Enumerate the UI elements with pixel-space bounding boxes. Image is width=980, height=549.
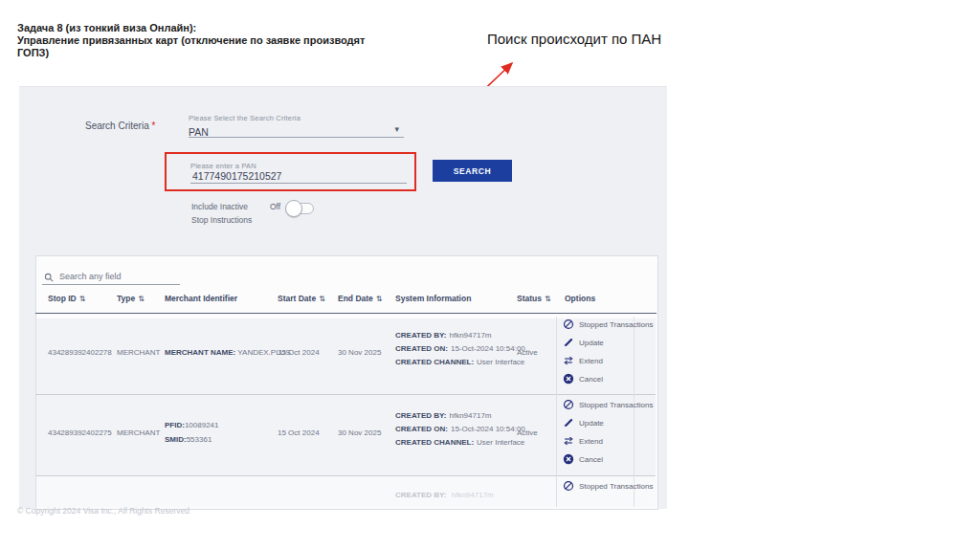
pencil-icon bbox=[563, 337, 574, 348]
option-cancel[interactable]: Cancel bbox=[563, 373, 653, 384]
toggle-state-label: Off bbox=[270, 202, 280, 211]
cell-type: MERCHANT bbox=[117, 348, 160, 357]
search-button[interactable]: SEARCH bbox=[433, 160, 512, 182]
cell-stop-id: 434289392402278 bbox=[48, 348, 112, 357]
option-stopped-transactions[interactable]: Stopped Transactions bbox=[563, 318, 653, 330]
sort-icon: ⇅ bbox=[319, 295, 325, 303]
status-badge: Active bbox=[517, 348, 538, 357]
stopped-transactions-icon bbox=[563, 480, 574, 492]
pan-input-underline bbox=[190, 183, 407, 184]
toggle-knob bbox=[285, 200, 302, 217]
column-header-start-date[interactable]: Start Date ⇅ bbox=[278, 294, 325, 303]
column-header-status[interactable]: Status ⇅ bbox=[517, 294, 551, 303]
extend-arrows-icon bbox=[563, 435, 574, 447]
sort-icon: ⇅ bbox=[79, 295, 86, 303]
option-cancel[interactable]: Cancel bbox=[563, 453, 653, 465]
select-underline bbox=[189, 137, 404, 138]
search-criteria-select[interactable]: PAN ▾ bbox=[189, 122, 404, 138]
cell-system-information: CREATED BY:hfkn94717m CREATED ON:15-Oct-… bbox=[395, 411, 525, 447]
slide-title-line2: Управление привязанных карт (отключение … bbox=[17, 34, 365, 47]
option-update[interactable]: Update bbox=[563, 417, 653, 428]
slide-title: Задача 8 (из тонкий виза Онлайн): Управл… bbox=[17, 22, 365, 59]
header-divider bbox=[35, 313, 657, 314]
extend-arrows-icon bbox=[563, 355, 574, 366]
sort-icon: ⇅ bbox=[376, 295, 383, 303]
sort-icon: ⇅ bbox=[138, 295, 145, 303]
required-asterisk: * bbox=[151, 121, 155, 131]
cell-system-information: CREATED BY:hfkn94717m CREATED ON:15-Oct-… bbox=[395, 331, 525, 366]
cell-merchant-identifier: PFID:10089241 SMID:553361 bbox=[165, 421, 218, 444]
annotation-text: Поиск происходит по ПАН bbox=[487, 31, 661, 47]
filter-any-field-input[interactable] bbox=[57, 271, 182, 282]
cell-end-date: 30 Nov 2025 bbox=[338, 348, 381, 357]
criteria-select-hint: Please Select the Search Criteria bbox=[189, 114, 301, 122]
cell-options: Stopped Transactions bbox=[563, 480, 653, 492]
cell-end-date: 30 Nov 2025 bbox=[338, 428, 381, 437]
search-criteria-label: Search Criteria * bbox=[85, 121, 155, 131]
cell-start-date: 15 Oct 2024 bbox=[278, 348, 320, 357]
pan-input[interactable] bbox=[190, 169, 405, 183]
column-header-options: Options bbox=[565, 294, 595, 303]
status-badge: Active bbox=[517, 428, 538, 437]
cell-merchant-identifier: MERCHANT NAME: YANDEX.PLUS bbox=[165, 348, 291, 357]
cell-options: Stopped Transactions Update Extend Cance… bbox=[563, 318, 653, 384]
stopped-transactions-icon bbox=[563, 318, 574, 330]
copyright-footer: © Copyright 2024 Visa Inc., All Rights R… bbox=[17, 506, 189, 516]
cell-system-information: CREATED BY: hfkn94717m bbox=[395, 491, 494, 499]
column-header-type[interactable]: Type ⇅ bbox=[117, 294, 145, 303]
option-stopped-transactions[interactable]: Stopped Transactions bbox=[563, 399, 653, 410]
include-inactive-label: Include Inactive Stop Instructions bbox=[191, 200, 252, 227]
stopped-transactions-icon bbox=[563, 399, 574, 410]
presentation-slide: Задача 8 (из тонкий виза Онлайн): Управл… bbox=[0, 0, 980, 549]
filter-underline bbox=[42, 284, 180, 285]
cell-options: Stopped Transactions Update Extend Cance… bbox=[563, 399, 653, 465]
sort-icon: ⇅ bbox=[545, 295, 551, 303]
cell-type: MERCHANT bbox=[117, 428, 160, 437]
search-icon bbox=[44, 273, 56, 284]
cancel-icon bbox=[563, 373, 574, 384]
option-extend[interactable]: Extend bbox=[563, 355, 653, 366]
slide-title-line3: ГОПЗ) bbox=[17, 47, 365, 59]
column-header-stop-id[interactable]: Stop ID ⇅ bbox=[48, 294, 85, 303]
pencil-icon bbox=[563, 417, 574, 428]
cell-start-date: 15 Oct 2024 bbox=[278, 428, 320, 437]
cancel-icon bbox=[563, 453, 574, 465]
option-update[interactable]: Update bbox=[563, 337, 653, 348]
options-column-divider bbox=[556, 317, 557, 507]
include-inactive-toggle[interactable] bbox=[286, 203, 314, 214]
option-extend[interactable]: Extend bbox=[563, 435, 653, 447]
pan-input-highlight-box: Please enter a PAN bbox=[165, 152, 416, 191]
column-header-system-information: System Information bbox=[395, 294, 471, 303]
cell-stop-id: 434289392402275 bbox=[48, 428, 112, 437]
chevron-down-icon: ▾ bbox=[394, 124, 399, 134]
column-header-end-date[interactable]: End Date ⇅ bbox=[338, 294, 383, 303]
option-stopped-transactions[interactable]: Stopped Transactions bbox=[563, 480, 653, 492]
slide-title-line1: Задача 8 (из тонкий виза Онлайн): bbox=[17, 22, 365, 34]
column-header-merchant-identifier: Merchant Identifier bbox=[165, 294, 237, 303]
